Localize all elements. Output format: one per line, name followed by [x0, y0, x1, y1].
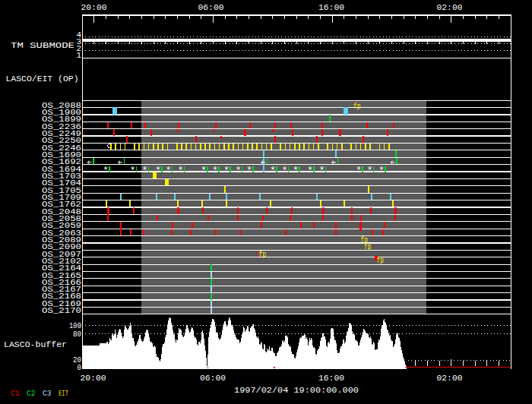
svg-text:0: 0	[78, 363, 82, 372]
svg-text:C1: C1	[11, 389, 20, 398]
svg-text:20:00: 20:00	[81, 373, 106, 383]
svg-text:80: 80	[73, 330, 81, 339]
svg-text:1997/02/04 19:00:00.000: 1997/02/04 19:00:00.000	[234, 385, 359, 395]
svg-text:fp: fp	[377, 256, 385, 265]
svg-text:*: *	[223, 165, 230, 176]
svg-text:20:00: 20:00	[81, 2, 107, 12]
svg-text:C3: C3	[43, 389, 52, 398]
svg-text:C2: C2	[27, 389, 36, 398]
svg-text:*: *	[235, 165, 241, 176]
svg-text:16:00: 16:00	[318, 2, 344, 12]
svg-text:*: *	[293, 165, 299, 176]
svg-text:*: *	[270, 165, 276, 176]
svg-text:*: *	[141, 165, 147, 176]
svg-text:06:00: 06:00	[198, 2, 224, 12]
svg-text:LASCO/EIT (OP): LASCO/EIT (OP)	[6, 74, 79, 84]
svg-text:t: t	[255, 250, 258, 259]
svg-text:16:00: 16:00	[318, 373, 344, 383]
svg-text:*: *	[378, 165, 385, 176]
svg-text:*: *	[246, 165, 252, 176]
svg-text:EIT: EIT	[59, 389, 68, 398]
svg-text:*: *	[165, 165, 171, 176]
svg-text:*: *	[103, 165, 109, 176]
svg-text:OS_2170: OS_2170	[42, 306, 81, 315]
svg-text:fp: fp	[364, 242, 372, 251]
svg-text:*: *	[307, 165, 313, 176]
svg-text:*: *	[366, 165, 372, 176]
svg-text:02:00: 02:00	[437, 2, 463, 12]
svg-text:*: *	[177, 165, 183, 176]
svg-text:fp: fp	[259, 250, 267, 259]
svg-text:fp: fp	[353, 102, 361, 111]
svg-text:02:00: 02:00	[437, 373, 463, 383]
svg-text:1: 1	[76, 51, 81, 60]
svg-text:TM SUBMODE: TM SUBMODE	[11, 40, 74, 50]
svg-text:*: *	[201, 165, 207, 176]
svg-text:*: *	[281, 165, 287, 176]
svg-text:06:00: 06:00	[200, 373, 226, 383]
svg-text:*: *	[318, 165, 325, 176]
svg-text:*: *	[129, 165, 135, 176]
svg-text:*: *	[212, 165, 218, 176]
svg-text:LASCO-buffer: LASCO-buffer	[4, 339, 67, 349]
svg-text:*: *	[356, 165, 362, 176]
